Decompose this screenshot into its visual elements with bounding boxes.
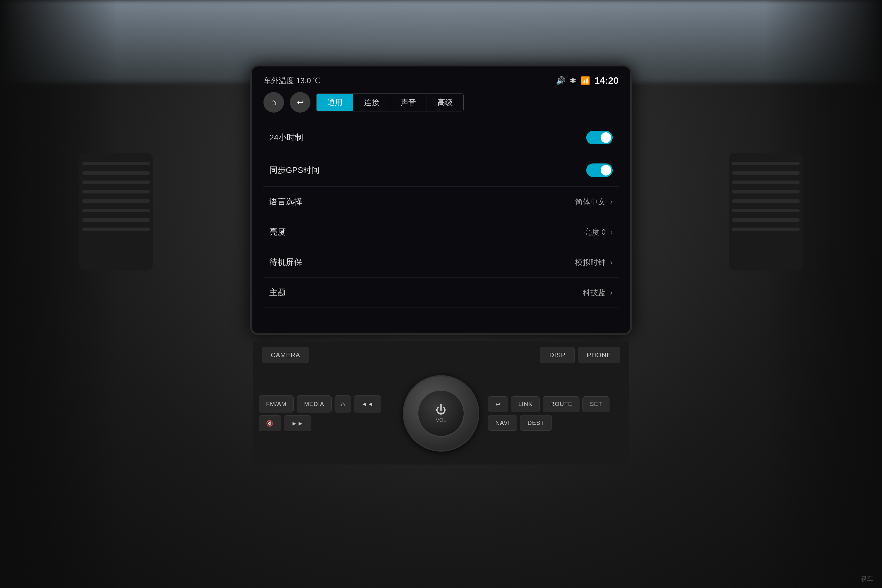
tab-group: 通用 连接 声音 高级	[316, 93, 464, 111]
console-area: 车外温度 13.0 ℃ 🔊 ✱ 📶 14:20 ⌂ ↩ 通用 连接 声音 高级	[162, 64, 720, 564]
bluetooth-icon: ✱	[570, 76, 576, 85]
mute-button[interactable]: 🔇	[259, 416, 281, 431]
back-hw-button[interactable]: ↩	[488, 396, 508, 412]
setting-label-screensaver: 待机屏保	[269, 256, 302, 268]
signal-icon: 📶	[580, 76, 590, 85]
tab-connect[interactable]: 连接	[353, 94, 390, 111]
chevron-screensaver: ›	[610, 258, 613, 267]
setting-value-gps	[586, 164, 613, 177]
home-button[interactable]: ⌂	[263, 92, 284, 112]
setting-row-theme[interactable]: 主题 科技蓝 ›	[263, 278, 619, 308]
route-button[interactable]: ROUTE	[543, 396, 579, 412]
nav-bar: ⌂ ↩ 通用 连接 声音 高级	[263, 92, 619, 112]
infotainment-screen: 车外温度 13.0 ℃ 🔊 ✱ 📶 14:20 ⌂ ↩ 通用 连接 声音 高级	[250, 64, 632, 335]
setting-label-theme: 主题	[269, 287, 286, 298]
setting-row-24h[interactable]: 24小时制	[263, 122, 619, 154]
tab-advanced[interactable]: 高级	[427, 94, 464, 111]
chevron-brightness: ›	[610, 228, 613, 237]
chevron-language: ›	[610, 197, 613, 206]
setting-value-brightness: 亮度 0 ›	[584, 227, 613, 237]
middle-controls-row: FM/AM MEDIA ⌂ ◄◄ 🔇 ►► ⏻ VOL ↩ LINK	[253, 372, 629, 454]
disp-button[interactable]: DISP	[540, 347, 574, 363]
controls-area: CAMERA DISP PHONE FM/AM MEDIA ⌂ ◄◄ 🔇 ►►	[253, 341, 629, 465]
tab-sound[interactable]: 声音	[390, 94, 427, 111]
home-hw-button[interactable]: ⌂	[334, 395, 351, 412]
setting-value-screensaver: 模拟时钟 ›	[575, 257, 613, 267]
tab-general[interactable]: 通用	[316, 94, 353, 111]
vol-label: VOL	[436, 417, 446, 423]
setting-label-brightness: 亮度	[269, 226, 286, 237]
setting-value-24h	[586, 131, 613, 144]
power-icon: ⏻	[436, 404, 446, 416]
vent-right	[729, 153, 802, 270]
right-buttons: ↩ LINK ROUTE SET NAVI DEST	[488, 396, 623, 431]
setting-row-brightness[interactable]: 亮度 亮度 0 ›	[263, 217, 619, 247]
status-bar: 车外温度 13.0 ℃ 🔊 ✱ 📶 14:20	[263, 75, 619, 86]
back-button[interactable]: ↩	[290, 92, 310, 112]
dest-button[interactable]: DEST	[520, 415, 552, 431]
setting-label-24h: 24小时制	[269, 132, 303, 143]
left-buttons: FM/AM MEDIA ⌂ ◄◄ 🔇 ►►	[259, 395, 394, 431]
vent-left	[80, 153, 153, 270]
setting-label-gps: 同步GPS时间	[269, 165, 320, 176]
prev-track-button[interactable]: ◄◄	[354, 395, 381, 412]
volume-knob-area: ⏻ VOL	[400, 372, 482, 454]
camera-button[interactable]: CAMERA	[262, 347, 309, 363]
screen-display: 车外温度 13.0 ℃ 🔊 ✱ 📶 14:20 ⌂ ↩ 通用 连接 声音 高级	[252, 66, 630, 333]
chevron-theme: ›	[610, 288, 613, 297]
knob-inner: ⏻ VOL	[417, 390, 465, 437]
side-decor-left	[0, 0, 118, 588]
fmam-button[interactable]: FM/AM	[259, 395, 294, 412]
time-display: 14:20	[594, 75, 619, 86]
setting-row-gps[interactable]: 同步GPS时间	[263, 154, 619, 187]
toggle-24h[interactable]	[586, 131, 613, 144]
toggle-gps[interactable]	[586, 164, 613, 177]
setting-row-language[interactable]: 语言选择 简体中文 ›	[263, 187, 619, 217]
top-buttons-row: CAMERA DISP PHONE	[253, 341, 629, 369]
side-decor-right	[764, 0, 882, 588]
setting-label-language: 语言选择	[269, 196, 302, 207]
right-button-group: DISP PHONE	[540, 347, 620, 363]
volume-icon: 🔊	[556, 76, 566, 85]
setting-value-theme: 科技蓝 ›	[583, 288, 613, 298]
setting-value-language: 简体中文 ›	[575, 196, 613, 207]
temperature-display: 车外温度 13.0 ℃	[263, 75, 320, 86]
set-button[interactable]: SET	[582, 396, 609, 412]
settings-list: 24小时制 同步GPS时间 语言选择 简体中文 ›	[263, 122, 619, 325]
navi-button[interactable]: NAVI	[488, 415, 517, 431]
setting-row-screensaver[interactable]: 待机屏保 模拟时钟 ›	[263, 247, 619, 278]
phone-button[interactable]: PHONE	[578, 347, 620, 363]
status-icons: 🔊 ✱ 📶 14:20	[556, 75, 619, 86]
media-button[interactable]: MEDIA	[297, 395, 332, 412]
next-track-button[interactable]: ►►	[284, 416, 311, 431]
link-button[interactable]: LINK	[511, 396, 540, 412]
volume-knob[interactable]: ⏻ VOL	[403, 375, 479, 452]
watermark: 易车	[860, 575, 873, 584]
